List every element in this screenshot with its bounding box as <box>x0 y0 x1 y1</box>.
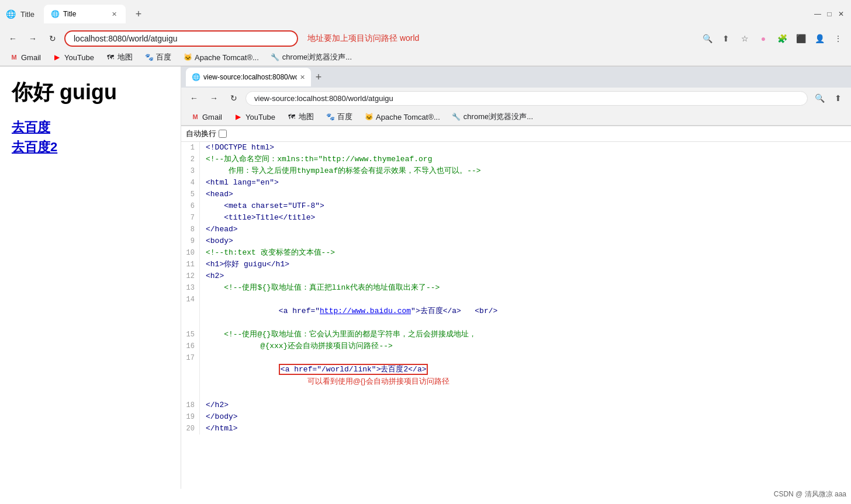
baidu-icon: 🐾 <box>144 53 154 62</box>
browser-chrome: 🌐 Title 🌐 Title ✕ + — □ ✕ ← → ↻ 地址要加上项 <box>0 0 851 67</box>
source-gmail-icon: M <box>191 112 200 121</box>
source-bookmark-maps-label: 地图 <box>299 112 314 122</box>
bookmark-chrome-sound-label: chrome浏览器没声... <box>282 52 352 62</box>
line-content-6: <meta charset="UTF-8"> <box>200 200 324 212</box>
profile-icon[interactable]: 👤 <box>811 30 828 47</box>
back-button[interactable]: ← <box>5 30 21 47</box>
source-bookmark-youtube[interactable]: ▶ YouTube <box>229 110 280 123</box>
bookmark-gmail[interactable]: M Gmail <box>5 51 46 64</box>
source-browser-chrome: 🌐 view-source:localhost:8080/wo... ✕ + ←… <box>181 67 851 126</box>
chrome-sound-icon: 🔧 <box>271 53 280 62</box>
bookmarks-bar: M Gmail ▶ YouTube 🗺 地图 🐾 百度 🐱 Apache Tom… <box>0 49 851 66</box>
code-line-6: 6 <meta charset="UTF-8"> <box>181 200 851 212</box>
line-num-7: 7 <box>181 212 200 224</box>
autowrap-label: 自动换行 <box>186 128 216 139</box>
main-area: 你好 guigu 去百度 去百度2 🌐 view-source:localhos… <box>0 67 851 489</box>
source-bookmarks-bar: M Gmail ▶ YouTube 🗺 地图 🐾 百度 <box>181 109 851 126</box>
annotation-line17: 可以看到使用@{}会自动拼接项目访问路径 <box>307 377 449 385</box>
source-reload-button[interactable]: ↻ <box>226 90 242 106</box>
source-new-tab-button[interactable]: + <box>311 69 326 85</box>
page-link-baidu2[interactable]: 去百度2 <box>12 138 169 156</box>
bookmark-tomcat[interactable]: 🐱 Apache Tomcat®... <box>178 51 264 64</box>
autowrap-checkbox[interactable] <box>219 130 227 138</box>
source-bookmark-gmail[interactable]: M Gmail <box>186 110 227 123</box>
line-num-18: 18 <box>181 399 200 411</box>
line-content-17: <a href="/world/link">去百度2</a> 可以看到使用@{}… <box>200 352 449 399</box>
source-back-button[interactable]: ← <box>186 90 202 106</box>
window-controls: — □ ✕ <box>814 10 845 18</box>
source-bookmark-gmail-label: Gmail <box>202 113 222 121</box>
code-line-12: 12 <h2> <box>181 270 851 282</box>
browser-tab-title: Title <box>20 10 34 19</box>
source-panel: 🌐 view-source:localhost:8080/wo... ✕ + ←… <box>181 67 851 489</box>
source-address-input[interactable] <box>245 91 808 106</box>
page-content: 你好 guigu 去百度 去百度2 <box>0 67 181 489</box>
bookmark-icon[interactable]: ☆ <box>736 30 753 47</box>
source-bookmark-tomcat[interactable]: 🐱 Apache Tomcat®... <box>359 110 445 123</box>
code-line-16: 16 @{xxx}还会自动拼接项目访问路径--> <box>181 340 851 352</box>
new-tab-button[interactable]: + <box>130 6 147 22</box>
line-num-3: 3 <box>181 165 200 177</box>
code-line-8: 8 </head> <box>181 224 851 235</box>
code-line-18: 18 </h2> <box>181 399 851 411</box>
line-content-19: </body> <box>200 411 238 423</box>
extensions-icon[interactable]: 🧩 <box>774 30 790 47</box>
line-content-1: <!DOCTYPE html> <box>200 142 274 154</box>
source-tab-bar: 🌐 view-source:localhost:8080/wo... ✕ + <box>181 67 851 88</box>
source-bookmark-chrome-sound[interactable]: 🔧 chrome浏览器没声... <box>447 110 538 124</box>
search-icon[interactable]: 🔍 <box>699 30 715 47</box>
line-num-13: 13 <box>181 282 200 294</box>
address-bar: ← → ↻ 地址要加上项目访问路径 world 🔍 ⬆ ☆ ● 🧩 ⬛ 👤 ⋮ <box>0 28 851 49</box>
line-content-8: </head> <box>200 224 238 235</box>
browser-window: 🌐 Title 🌐 Title ✕ + — □ ✕ ← → ↻ 地址要加上项 <box>0 0 851 489</box>
code-line-11: 11 <h1>你好 guigu</h1> <box>181 259 851 270</box>
source-tab[interactable]: 🌐 view-source:localhost:8080/wo... ✕ <box>186 68 311 86</box>
source-search-icon[interactable]: 🔍 <box>811 90 828 106</box>
chrome-icon[interactable]: ● <box>755 30 772 47</box>
bookmark-maps[interactable]: 🗺 地图 <box>101 50 137 64</box>
address-input[interactable] <box>64 30 298 47</box>
source-bookmark-maps[interactable]: 🗺 地图 <box>282 110 319 124</box>
code-line-5: 5 <head> <box>181 189 851 200</box>
code-line-9: 9 <body> <box>181 235 851 247</box>
sync-icon[interactable]: ⬛ <box>793 30 809 47</box>
tab-close-button[interactable]: ✕ <box>109 9 119 19</box>
minimize-button[interactable]: — <box>814 10 822 18</box>
line-content-20: </html> <box>200 423 238 435</box>
line-num-5: 5 <box>181 189 200 200</box>
source-bookmark-baidu[interactable]: 🐾 百度 <box>321 110 357 124</box>
page-link-baidu[interactable]: 去百度 <box>12 119 169 136</box>
bookmark-maps-label: 地图 <box>117 52 133 62</box>
bookmark-baidu[interactable]: 🐾 百度 <box>140 50 176 64</box>
source-tab-close-button[interactable]: ✕ <box>300 74 305 81</box>
reload-button[interactable]: ↻ <box>44 30 61 47</box>
forward-button[interactable]: → <box>25 30 41 47</box>
maximize-button[interactable]: □ <box>825 10 833 18</box>
line-num-6: 6 <box>181 200 200 212</box>
source-bookmark-chrome-sound-label: chrome浏览器没声... <box>463 112 533 122</box>
tab-title: Title <box>63 10 76 18</box>
line-num-16: 16 <box>181 340 200 352</box>
line-num-8: 8 <box>181 224 200 235</box>
share-icon[interactable]: ⬆ <box>718 30 734 47</box>
close-button[interactable]: ✕ <box>837 10 845 18</box>
main-tab[interactable]: 🌐 Title ✕ <box>44 5 126 23</box>
code-line-14: 14 <a href="http://www.baidu.com">去百度</a… <box>181 294 851 329</box>
source-forward-button[interactable]: → <box>206 90 222 106</box>
bookmark-chrome-sound[interactable]: 🔧 chrome浏览器没声... <box>266 50 357 64</box>
line-content-7: <title>Title</title> <box>200 212 315 224</box>
line-num-10: 10 <box>181 247 200 259</box>
source-address-bar: ← → ↻ 🔍 ⬆ <box>181 88 851 109</box>
source-baidu-icon: 🐾 <box>326 112 335 121</box>
line-content-10: <!--th:text 改变标签的文本值--> <box>200 247 335 259</box>
toolbar-icons: 🔍 ⬆ ☆ ● 🧩 ⬛ 👤 ⋮ <box>699 30 846 47</box>
menu-icon[interactable]: ⋮ <box>830 30 846 47</box>
source-bookmark-baidu-label: 百度 <box>337 112 352 122</box>
code-line-17: 17 <a href="/world/link">去百度2</a> 可以看到使用… <box>181 352 851 399</box>
line-content-14: <a href="http://www.baidu.com">去百度</a> <… <box>200 294 497 329</box>
bookmark-youtube[interactable]: ▶ YouTube <box>48 51 99 64</box>
line-content-12: <h2> <box>200 270 224 282</box>
source-share-icon[interactable]: ⬆ <box>830 90 846 106</box>
code-line-3: 3 作用：导入之后使用thympleaf的标签会有提示效果，不导入也可以。--> <box>181 165 851 177</box>
maps-icon: 🗺 <box>106 53 115 62</box>
